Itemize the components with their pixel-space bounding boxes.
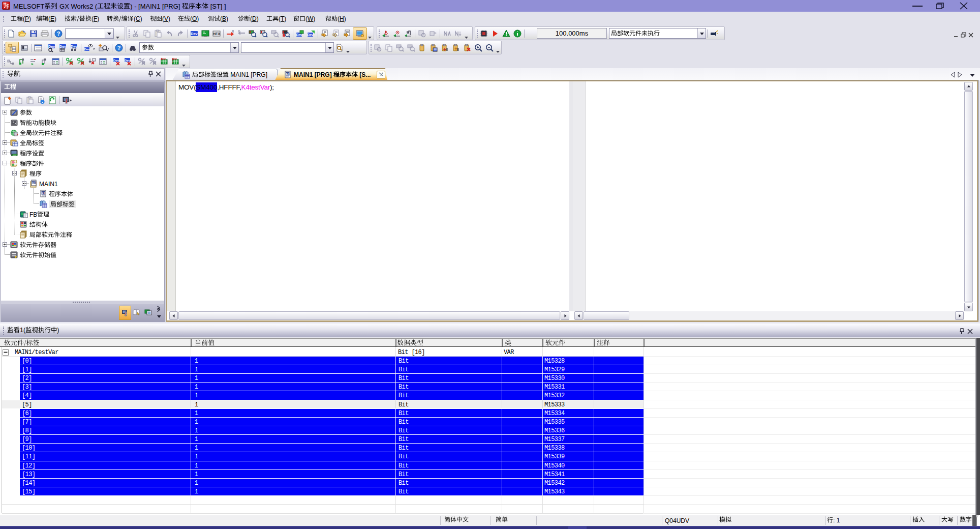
svg-text:?: ? xyxy=(57,31,60,37)
svg-text:Dev: Dev xyxy=(113,59,119,62)
svg-text:Dev: Dev xyxy=(71,44,77,48)
svg-text:ST: ST xyxy=(286,72,290,75)
svg-text:Dev: Dev xyxy=(308,33,314,37)
svg-text:?: ? xyxy=(117,45,121,51)
svg-text:Dev: Dev xyxy=(84,48,90,51)
svg-text:ST: ST xyxy=(32,181,36,184)
svg-text:ST: ST xyxy=(41,191,45,194)
svg-text:Dev: Dev xyxy=(125,59,131,62)
svg-text:HEX: HEX xyxy=(213,32,221,36)
svg-text:Dev: Dev xyxy=(59,44,66,48)
svg-text:Dev: Dev xyxy=(48,44,55,48)
svg-text:Dev: Dev xyxy=(191,32,198,36)
